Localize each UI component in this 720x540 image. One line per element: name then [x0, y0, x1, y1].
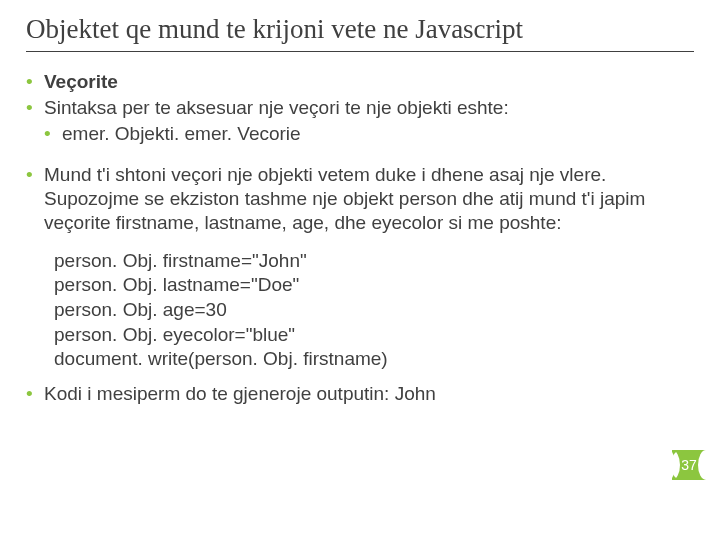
slide: Objektet qe mund te krijoni vete ne Java… [0, 0, 720, 422]
bullet-list: Mund t'i shtoni veçori nje objekti vetem… [26, 163, 694, 234]
page-title: Objektet qe mund te krijoni vete ne Java… [26, 14, 694, 52]
page-number-badge: 37 [672, 450, 706, 480]
bullet-text: Mund t'i shtoni veçori nje objekti vetem… [44, 164, 645, 233]
bullet-sublist: emer. Objekti. emer. Vecorie [44, 122, 694, 146]
spacer [26, 147, 694, 163]
bullet-list: Veçorite Sintaksa per te aksesuar nje ve… [26, 70, 694, 145]
bullet-text: Kodi i mesiperm do te gjeneroje outputin… [44, 383, 436, 404]
bullet-text: emer. Objekti. emer. Vecorie [62, 123, 301, 144]
bullet-item: Kodi i mesiperm do te gjeneroje outputin… [26, 382, 694, 406]
code-line: document. write(person. Obj. firstname) [54, 347, 694, 372]
code-block: person. Obj. firstname="John" person. Ob… [54, 249, 694, 372]
code-line: person. Obj. eyecolor="blue" [54, 323, 694, 348]
bullet-text: Sintaksa per te aksesuar nje veçori te n… [44, 97, 509, 118]
bullet-subitem: emer. Objekti. emer. Vecorie [44, 122, 694, 146]
code-line: person. Obj. lastname="Doe" [54, 273, 694, 298]
bullet-list: Kodi i mesiperm do te gjeneroje outputin… [26, 382, 694, 406]
bullet-text: Veçorite [44, 71, 118, 92]
code-line: person. Obj. age=30 [54, 298, 694, 323]
code-line: person. Obj. firstname="John" [54, 249, 694, 274]
bullet-item: Veçorite [26, 70, 694, 94]
page-number: 37 [681, 457, 697, 473]
bullet-item: Sintaksa per te aksesuar nje veçori te n… [26, 96, 694, 146]
bullet-item: Mund t'i shtoni veçori nje objekti vetem… [26, 163, 694, 234]
